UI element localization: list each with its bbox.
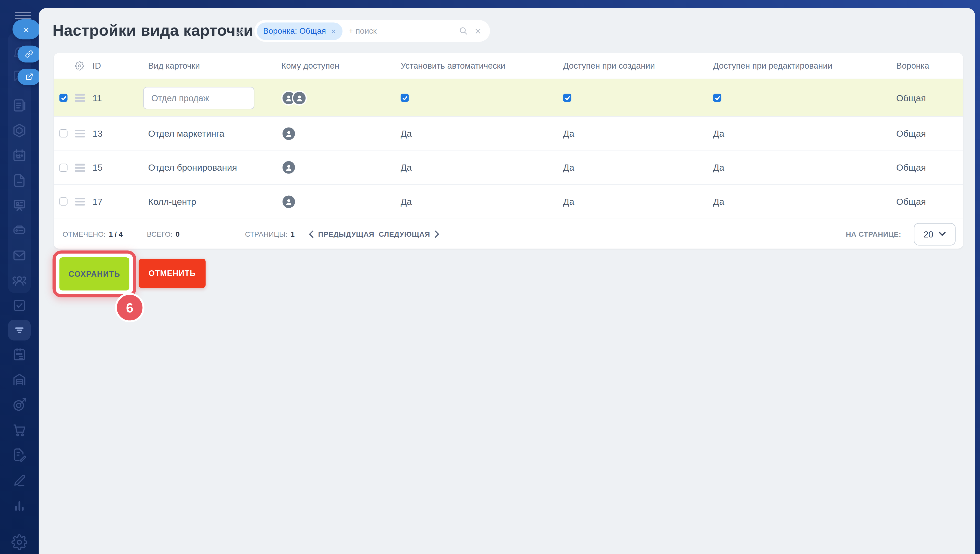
available-on-edit-checkbox[interactable] [713, 94, 721, 102]
marked-counter: ОТМЕЧЕНО:1 / 4 [62, 219, 123, 249]
filter-chip-remove-icon[interactable]: × [331, 26, 336, 36]
kiosk-icon [11, 197, 27, 214]
avatar[interactable] [292, 90, 307, 105]
close-button[interactable]: × [13, 19, 40, 39]
available-on-create-checkbox[interactable] [563, 94, 571, 102]
check-icon [564, 95, 570, 101]
header-auto[interactable]: Установить автоматически [401, 61, 563, 71]
available-on-edit-value: Да [713, 197, 724, 207]
doc-edit-icon [11, 447, 27, 463]
header-funnel[interactable]: Воронка [896, 61, 963, 71]
next-page-button[interactable]: СЛЕДУЮЩАЯ [379, 219, 440, 249]
sidebar-item-doc-edit[interactable] [11, 447, 27, 463]
sidebar-item-calendar[interactable] [11, 147, 27, 164]
board-icon [11, 347, 27, 363]
access-avatars[interactable] [281, 194, 401, 209]
available-on-create-value: Да [563, 162, 574, 172]
available-on-edit-value: Да [713, 162, 724, 172]
gear-icon [11, 534, 27, 551]
sidebar-item-target[interactable] [11, 396, 27, 413]
sidebar-item-filter[interactable] [11, 322, 27, 338]
drag-handle-icon[interactable] [75, 162, 85, 173]
drag-handle-icon[interactable] [75, 196, 85, 207]
sidebar-item-gear[interactable] [11, 534, 27, 551]
drag-handle-icon[interactable] [75, 92, 85, 103]
menu-icon[interactable] [15, 12, 31, 19]
per-page-select[interactable]: 20 [914, 223, 956, 245]
check-icon [714, 95, 720, 101]
access-avatars[interactable] [281, 160, 401, 175]
card-view-name-input[interactable] [143, 86, 255, 109]
table-row-17: 17Колл-центрДаДаДаОбщая [54, 184, 963, 218]
sidebar-item-cart[interactable] [11, 422, 27, 438]
search-placeholder[interactable]: + поиск [349, 26, 459, 36]
header-id[interactable]: ID [92, 61, 148, 71]
sidebar-item-board[interactable] [11, 347, 27, 363]
check-square-icon [11, 298, 27, 314]
auto-set-value: Да [401, 197, 412, 207]
sidebar-item-mail[interactable] [11, 247, 27, 264]
sidebar-item-drive[interactable] [11, 223, 27, 239]
sidebar-item-check-square[interactable] [11, 298, 27, 314]
header-access[interactable]: Кому доступен [281, 61, 401, 71]
open-external-button[interactable] [18, 68, 41, 85]
sidebar-item-bar-chart[interactable] [11, 497, 27, 513]
sidebar-item-pencil[interactable] [11, 471, 27, 488]
drag-handle-icon[interactable] [75, 128, 85, 139]
header-on-create[interactable]: Доступен при создании [563, 61, 713, 71]
table-row-15: 15Отдел бронированияДаДаДаОбщая [54, 150, 963, 184]
pin-icon[interactable] [235, 27, 244, 37]
row-select-checkbox[interactable] [59, 197, 68, 205]
available-on-create-value: Да [563, 129, 574, 138]
table-header-row: ID Вид карточки Кому доступен Установить… [54, 53, 963, 79]
funnel-value: Общая [896, 197, 963, 207]
drive-icon [11, 223, 27, 239]
row-select-checkbox[interactable] [59, 164, 68, 172]
filter-chip[interactable]: Воронка: Общая × [257, 22, 343, 40]
person-icon [284, 129, 293, 138]
link-button[interactable] [18, 46, 41, 62]
search-clear-icon[interactable]: × [475, 25, 481, 37]
mail-icon [11, 247, 27, 264]
avatar[interactable] [281, 160, 296, 175]
access-avatars[interactable] [281, 126, 401, 141]
save-button[interactable]: СОХРАНИТЬ [59, 257, 129, 291]
search-bar[interactable]: Воронка: Общая × + поиск × [255, 20, 490, 42]
table-settings-gear-icon[interactable] [75, 61, 92, 71]
external-link-icon [25, 72, 33, 81]
bar-chart-icon [11, 497, 27, 513]
per-page-label: НА СТРАНИЦЕ: [846, 219, 901, 249]
header-on-edit[interactable]: Доступен при редактировании [713, 61, 896, 71]
main-panel: Настройки вида карточки Воронка: Общая ×… [39, 8, 975, 554]
sidebar: × [0, 0, 39, 554]
sidebar-item-documents[interactable] [11, 97, 27, 114]
auto-set-value: Да [401, 129, 412, 138]
annotation-highlight-box: СОХРАНИТЬ [53, 250, 136, 298]
avatar[interactable] [281, 126, 296, 141]
garage-icon [11, 372, 27, 388]
check-icon [60, 95, 66, 101]
cancel-button[interactable]: ОТМЕНИТЬ [139, 259, 206, 288]
filter-chip-label: Воронка: Общая [263, 26, 326, 36]
sidebar-item-hexagon[interactable] [11, 123, 27, 139]
funnel-value: Общая [896, 162, 963, 172]
card-view-name: Колл-центр [148, 197, 196, 207]
row-select-checkbox[interactable] [59, 130, 68, 138]
search-icon[interactable] [458, 25, 469, 36]
table-footer: ОТМЕЧЕНО:1 / 4 ВСЕГО:0 СТРАНИЦЫ:1 ПРЕДЫД… [54, 218, 963, 248]
sidebar-item-people[interactable] [11, 272, 27, 289]
file-icon [11, 172, 27, 189]
row-select-checkbox[interactable] [59, 94, 68, 102]
sidebar-item-kiosk[interactable] [11, 197, 27, 214]
prev-page-button[interactable]: ПРЕДЫДУЩАЯ [309, 219, 374, 249]
auto-set-checkbox[interactable] [401, 94, 409, 102]
total-counter: ВСЕГО:0 [147, 219, 180, 249]
annotation-step-badge: 6 [115, 293, 145, 322]
avatar[interactable] [281, 194, 296, 209]
sidebar-item-garage[interactable] [11, 372, 27, 388]
pages-counter: СТРАНИЦЫ:1 [245, 219, 295, 249]
cart-icon [11, 422, 27, 438]
header-card-view[interactable]: Вид карточки [148, 61, 281, 71]
access-avatars[interactable] [281, 90, 401, 105]
sidebar-item-file[interactable] [11, 172, 27, 189]
